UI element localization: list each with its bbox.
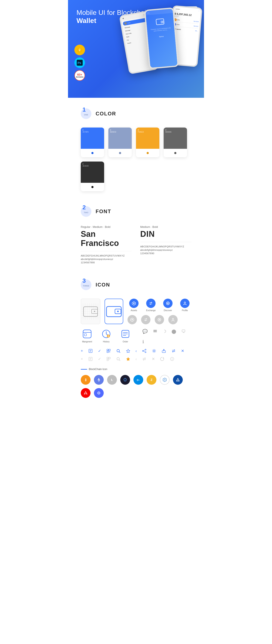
arrows-icon-gray	[142, 357, 146, 361]
section-num-3: 3 THREE	[81, 280, 92, 290]
wallet-filled-icon	[104, 298, 123, 324]
svg-point-38	[172, 318, 174, 320]
svg-rect-51	[154, 331, 157, 331]
zcash-coin: Z	[146, 375, 156, 385]
color-section: 1 ONE COLOR #3574FA #8DA0C8 #F5A623	[68, 98, 204, 202]
blockchain-header: BlockChain Icon	[81, 368, 191, 371]
utility-icons-group: 💬 ☽ ⬤ 🗨 ℹ	[142, 328, 191, 344]
settings-icon	[152, 348, 156, 353]
profile-icon-item: Profile	[178, 298, 191, 312]
font-section-header: 2 TWO FONT	[81, 206, 191, 217]
qr-icon-gray	[106, 357, 111, 361]
svg-point-68	[142, 350, 144, 352]
phone-2: 9:41 + Character may be manifested in th…	[144, 7, 179, 69]
font-din: Medium · Bold DIN ABCDEFGHIJKLMNOPQRSTUV…	[140, 225, 191, 264]
assets-icon	[129, 298, 138, 308]
svg-rect-81	[107, 359, 108, 361]
info-icon: ℹ	[142, 339, 144, 344]
svg-marker-66	[126, 349, 130, 352]
discover-icon-item: Discover	[162, 298, 174, 312]
profile-icon-outline	[168, 315, 178, 324]
plus-icon: +	[81, 349, 83, 353]
band-coin	[94, 388, 104, 398]
font-san-francisco: Regular · Medium · Bold San Francisco AB…	[81, 225, 132, 264]
svg-point-32	[167, 303, 168, 304]
svg-rect-80	[109, 357, 110, 359]
svg-point-35	[132, 319, 133, 320]
swatch-grayblue: #8DA0C8	[108, 128, 132, 157]
svg-marker-85	[126, 357, 130, 361]
svg-rect-52	[154, 332, 157, 332]
svg-point-25	[94, 311, 95, 312]
history-icon-item: History	[100, 328, 112, 343]
circle-icon: ⬤	[172, 329, 176, 334]
svg-point-28	[117, 311, 119, 312]
svg-rect-63	[110, 352, 110, 352]
plus-icon-gray: +	[81, 357, 83, 361]
wallet-blueprint-icon	[81, 298, 100, 324]
svg-rect-50	[154, 330, 157, 330]
edit-list-icon	[88, 348, 93, 353]
turn-icon-gray	[160, 357, 165, 361]
wallet-icon-showcase: Assets Exchange Discover	[81, 298, 191, 324]
sketch-badge: S	[74, 45, 85, 55]
x-icon-gray: ✕	[152, 357, 155, 361]
management-icon-item: Mangment	[81, 328, 94, 343]
icon-section-header: 3 THREE ICON	[81, 280, 191, 290]
svg-rect-41	[84, 334, 86, 336]
exchange-icon-outline	[141, 315, 150, 324]
hero-section: Mobile UI for Blockchain Wallet UI Kit S…	[68, 0, 204, 98]
info-icon-gray	[170, 357, 174, 361]
svg-rect-82	[109, 360, 110, 360]
small-icons-row-2-gray: + ✓ ‹ ✕	[81, 357, 191, 361]
svg-point-88	[172, 358, 172, 358]
assets-icon-item: Assets	[128, 298, 140, 312]
discover-icon	[163, 298, 172, 308]
svg-rect-23	[84, 307, 98, 316]
color-title: COLOR	[96, 111, 116, 117]
app-icons-row: Mangment History Order	[81, 328, 191, 344]
svg-point-72	[153, 350, 155, 352]
nav-icons-group: Assets Exchange Discover	[128, 298, 191, 324]
icon-title: ICON	[96, 282, 110, 288]
font-section: 2 TWO FONT Regular · Medium · Bold San F…	[68, 202, 204, 275]
svg-line-71	[144, 351, 145, 352]
assets-icon-outline	[128, 315, 137, 324]
svg-point-30	[133, 303, 134, 304]
nav-icons-outline-row	[128, 315, 191, 324]
icon-section: 3 THREE ICON	[68, 275, 204, 417]
profile-icon	[180, 298, 190, 308]
exchange-icon-item: Exchange	[144, 298, 157, 312]
swatch-blue: #3574FA	[81, 128, 104, 157]
check-icon-gray: ✓	[98, 357, 101, 361]
svg-line-70	[144, 350, 145, 351]
history-icon	[101, 328, 112, 339]
nav-icons-filled-row: Assets Exchange Discover	[128, 298, 191, 312]
search-icon-gray	[116, 357, 121, 361]
grid-coin	[160, 375, 170, 385]
swatch-orange: #F5A623	[136, 128, 160, 157]
svg-text:–: –	[138, 379, 140, 381]
font-title: FONT	[96, 208, 111, 214]
section-num-1: 1 ONE	[81, 108, 92, 119]
search-icon	[116, 348, 121, 353]
screens-badge: 60+ Screens	[74, 70, 85, 81]
check-icon: ✓	[98, 348, 101, 353]
swap-icon	[171, 348, 176, 353]
svg-rect-60	[109, 351, 110, 352]
lisk-coin	[173, 375, 183, 385]
chevron-left-icon-gray: ‹	[136, 357, 137, 361]
management-icon	[82, 328, 92, 339]
close-icon: ✕	[181, 348, 184, 353]
swatch-midgray: #666666	[164, 128, 187, 157]
phones-mockup: Profile Avatar Mainpage Message Real Cal…	[123, 8, 200, 68]
svg-point-69	[145, 352, 146, 353]
small-icons-row-1: + ✓ ‹ ✕	[81, 348, 191, 353]
svg-point-67	[145, 349, 146, 350]
svg-point-37	[159, 319, 160, 320]
chevron-left-icon: ‹	[136, 349, 137, 353]
svg-point-33	[184, 302, 186, 304]
svg-text:Ps: Ps	[78, 61, 81, 64]
svg-rect-62	[109, 352, 110, 352]
coins-row: ₿ Ł D– Z	[81, 375, 191, 398]
